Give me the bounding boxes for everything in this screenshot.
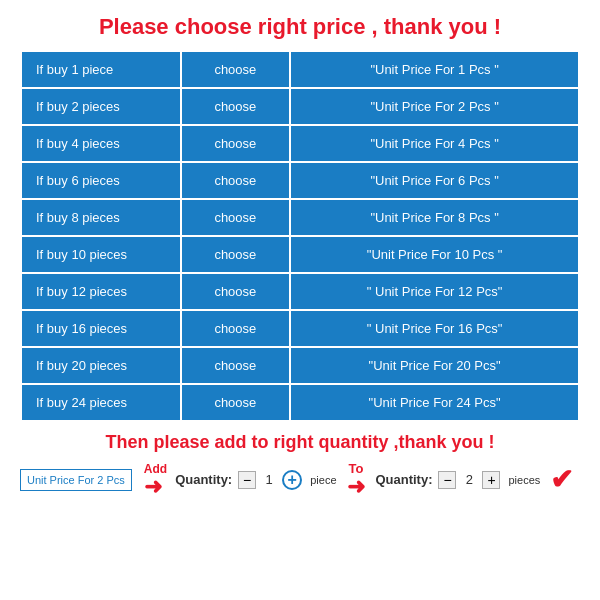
qty1-control[interactable]: − 1 + (238, 470, 302, 490)
row-action[interactable]: choose (181, 162, 291, 199)
row-action[interactable]: choose (181, 88, 291, 125)
row-condition: If buy 10 pieces (21, 236, 181, 273)
qty2-plus-button[interactable]: + (482, 471, 500, 489)
table-row: If buy 6 pieces choose "Unit Price For 6… (21, 162, 579, 199)
qty1-minus-button[interactable]: − (238, 471, 256, 489)
row-action[interactable]: choose (181, 236, 291, 273)
table-row: If buy 24 pieces choose "Unit Price For … (21, 384, 579, 421)
row-price: "Unit Price For 4 Pcs " (290, 125, 579, 162)
footer-title: Then please add to right quantity ,thank… (105, 432, 494, 453)
row-condition: If buy 4 pieces (21, 125, 181, 162)
arrow-icon-1: ➜ (144, 476, 162, 498)
qty1-plus-button[interactable]: + (282, 470, 302, 490)
row-action[interactable]: choose (181, 51, 291, 88)
row-action[interactable]: choose (181, 273, 291, 310)
arrow-icon-2: ➜ (347, 476, 365, 498)
row-condition: If buy 24 pieces (21, 384, 181, 421)
row-condition: If buy 8 pieces (21, 199, 181, 236)
row-condition: If buy 20 pieces (21, 347, 181, 384)
table-row: If buy 1 piece choose "Unit Price For 1 … (21, 51, 579, 88)
qty1-value: 1 (258, 472, 280, 487)
qty2-unit: pieces (508, 474, 540, 486)
row-price: "Unit Price For 24 Pcs" (290, 384, 579, 421)
table-row: If buy 10 pieces choose "Unit Price For … (21, 236, 579, 273)
row-action[interactable]: choose (181, 347, 291, 384)
table-row: If buy 8 pieces choose "Unit Price For 8… (21, 199, 579, 236)
row-price: "Unit Price For 8 Pcs " (290, 199, 579, 236)
table-row: If buy 20 pieces choose "Unit Price For … (21, 347, 579, 384)
bottom-row: Unit Price For 2 Pcs Add ➜ Quantity: − 1… (20, 461, 580, 498)
checkmark-icon: ✔ (550, 463, 573, 496)
qty2-minus-button[interactable]: − (438, 471, 456, 489)
row-condition: If buy 1 piece (21, 51, 181, 88)
row-price: "Unit Price For 1 Pcs " (290, 51, 579, 88)
qty2-value: 2 (458, 472, 480, 487)
row-action[interactable]: choose (181, 125, 291, 162)
table-row: If buy 12 pieces choose " Unit Price For… (21, 273, 579, 310)
price-table: If buy 1 piece choose "Unit Price For 1 … (20, 50, 580, 422)
qty2-control[interactable]: − 2 + (438, 471, 500, 489)
row-condition: If buy 16 pieces (21, 310, 181, 347)
row-price: "Unit Price For 10 Pcs " (290, 236, 579, 273)
table-row: If buy 2 pieces choose "Unit Price For 2… (21, 88, 579, 125)
page-title: Please choose right price , thank you ! (99, 14, 501, 40)
row-action[interactable]: choose (181, 384, 291, 421)
row-condition: If buy 12 pieces (21, 273, 181, 310)
row-price: "Unit Price For 6 Pcs " (290, 162, 579, 199)
qty1-unit: piece (310, 474, 336, 486)
qty2-label: Quantity: (375, 472, 432, 487)
row-action[interactable]: choose (181, 199, 291, 236)
row-price: " Unit Price For 16 Pcs" (290, 310, 579, 347)
row-price: " Unit Price For 12 Pcs" (290, 273, 579, 310)
table-row: If buy 4 pieces choose "Unit Price For 4… (21, 125, 579, 162)
row-condition: If buy 6 pieces (21, 162, 181, 199)
qty1-label: Quantity: (175, 472, 232, 487)
row-price: "Unit Price For 20 Pcs" (290, 347, 579, 384)
row-condition: If buy 2 pieces (21, 88, 181, 125)
row-action[interactable]: choose (181, 310, 291, 347)
table-row: If buy 16 pieces choose " Unit Price For… (21, 310, 579, 347)
row-price: "Unit Price For 2 Pcs " (290, 88, 579, 125)
unit-price-box: Unit Price For 2 Pcs (20, 469, 132, 491)
